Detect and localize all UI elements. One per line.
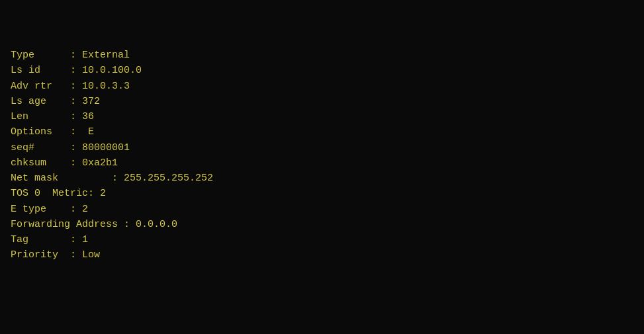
- field-row: chksum : 0xa2b1: [11, 155, 633, 171]
- field-row: Ls age : 372: [11, 94, 633, 109]
- field-row: seq# : 80000001: [11, 140, 633, 155]
- field-row: Priority : Low: [11, 247, 633, 263]
- field-row: Options : E: [11, 124, 633, 140]
- field-row: E type : 2: [11, 202, 633, 217]
- field-row: Len : 36: [11, 109, 633, 124]
- ospf-fields: Type : ExternalLs id : 10.0.100.0Adv rtr…: [11, 48, 633, 263]
- field-row: TOS 0 Metric: 2: [11, 186, 633, 201]
- field-row: Ls id : 10.0.100.0: [11, 63, 633, 78]
- field-row: Type : External: [11, 48, 633, 63]
- field-row: Tag : 1: [11, 232, 633, 247]
- field-row: Net mask : 255.255.255.252: [11, 171, 633, 186]
- terminal-window: Type : ExternalLs id : 10.0.100.0Adv rtr…: [0, 0, 644, 334]
- field-row: Adv rtr : 10.0.3.3: [11, 79, 633, 94]
- field-row: Forwarding Address : 0.0.0.0: [11, 217, 633, 232]
